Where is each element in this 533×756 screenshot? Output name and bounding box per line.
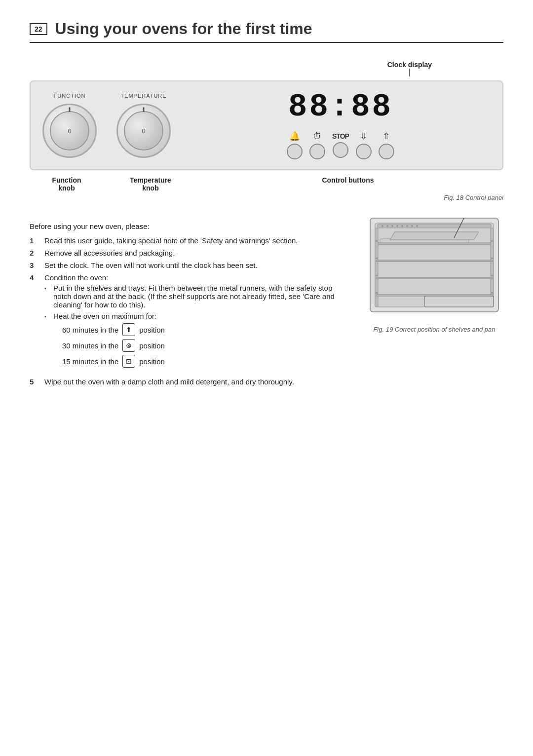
sub-list-4: ▪ Put in the shelves and trays. Fit them… [44, 284, 350, 371]
list-item: 5 Wipe out the oven with a damp cloth an… [30, 378, 350, 386]
temperature-knob[interactable]: 0 [116, 104, 171, 158]
svg-rect-15 [376, 240, 378, 242]
svg-rect-20 [491, 240, 493, 242]
list-num-4: 4 [30, 273, 38, 282]
function-knob-zero: 0 [68, 127, 71, 135]
svg-rect-2 [378, 224, 491, 228]
timer-button[interactable] [309, 144, 325, 159]
temperature-knob-inner: 0 [124, 111, 163, 151]
function-knob[interactable]: 0 [42, 104, 97, 158]
svg-rect-22 [491, 275, 493, 276]
control-buttons-label: Control buttons [183, 176, 498, 184]
bell-button-group: 🔔 [287, 131, 303, 159]
up-button[interactable] [379, 144, 394, 159]
instruction-5-text: Wipe out the oven with a damp cloth and … [44, 378, 294, 386]
svg-rect-21 [491, 258, 493, 259]
stop-button[interactable] [333, 142, 348, 158]
bullet-icon-1: ▪ [44, 286, 49, 291]
position-item-15: 15 minutes in the ⊡ position [62, 355, 350, 368]
svg-rect-17 [376, 275, 378, 276]
sub-text-1: Put in the shelves and trays. Fit them b… [53, 284, 335, 309]
svg-point-7 [401, 225, 403, 227]
instruction-2-text: Remove all accessories and packaging. [44, 249, 175, 257]
temperature-knob-group: TEMPERATURE 0 [116, 93, 171, 158]
down-button[interactable] [356, 144, 372, 159]
function-knob-label: Functionknob [35, 176, 99, 192]
position-60-text: 60 minutes in the [62, 326, 118, 334]
svg-rect-25 [376, 277, 493, 279]
instruction-4-text: Condition the oven: [44, 273, 108, 282]
function-knob-tick [69, 107, 71, 112]
svg-marker-13 [390, 232, 479, 240]
list-num-2: 2 [30, 249, 38, 257]
sub-content-2: Heat the oven on maximum for: 60 minutes… [53, 312, 350, 371]
page-title: Using your ovens for the first time [55, 20, 312, 38]
down-arrow-icon: ⇩ [360, 131, 367, 142]
position-60-suffix: position [139, 326, 165, 334]
temperature-label-top: TEMPERATURE [120, 93, 166, 99]
function-knob-group: FUNCTION 0 [42, 93, 97, 158]
position-15-text: 15 minutes in the [62, 357, 118, 366]
clock-display: 88:88 [288, 91, 393, 123]
bullet-icon-2: ▪ [44, 314, 49, 319]
svg-rect-24 [376, 260, 493, 262]
temperature-knob-tick [143, 107, 145, 112]
intro-text: Before using your new oven, please: [30, 222, 350, 230]
fan-icon: ⊗ [122, 339, 135, 352]
sub-list-item: ▪ Put in the shelves and trays. Fit them… [44, 284, 350, 309]
right-controls: 88:88 🔔 ⏱ STOP [171, 91, 491, 159]
knob-bottom-labels: Functionknob Temperatureknob [35, 176, 183, 192]
panel-bottom-labels: Functionknob Temperatureknob Control but… [30, 176, 503, 192]
position-item-30: 30 minutes in the ⊗ position [62, 339, 350, 352]
stop-icon: STOP [332, 132, 349, 140]
bell-button[interactable] [287, 144, 303, 159]
svg-rect-27 [424, 296, 494, 307]
temperature-knob-label: Temperatureknob [118, 176, 183, 192]
grill-top-icon: ⬆ [122, 323, 135, 336]
knobs-area: FUNCTION 0 TEMPERATURE 0 [42, 93, 171, 158]
svg-rect-23 [491, 292, 493, 294]
down-button-group: ⇩ [356, 131, 372, 159]
sub-list-item: ▪ Heat the oven on maximum for: 60 minut… [44, 312, 350, 371]
stop-button-group: STOP [332, 132, 349, 158]
list-item: 3 Set the clock. The oven will not work … [30, 261, 350, 269]
svg-point-9 [411, 225, 413, 227]
function-label-top: FUNCTION [54, 93, 86, 99]
position-30-text: 30 minutes in the [62, 341, 118, 350]
list-content-2: Remove all accessories and packaging. [44, 249, 350, 257]
list-content-3: Set the clock. The oven will not work un… [44, 261, 350, 269]
list-item: 1 Read this user guide, taking special n… [30, 236, 350, 245]
grill-fan-icon: ⊡ [122, 355, 135, 368]
list-content-1: Read this user guide, taking special not… [44, 236, 350, 245]
position-item-60: 60 minutes in the ⬆ position [62, 323, 350, 336]
svg-rect-16 [376, 258, 378, 259]
page-header: 22 Using your ovens for the first time [30, 20, 503, 43]
control-panel: FUNCTION 0 TEMPERATURE 0 [30, 80, 503, 170]
main-content: Before using your new oven, please: 1 Re… [30, 213, 503, 390]
page-number: 22 [30, 23, 47, 35]
list-num-3: 3 [30, 261, 38, 269]
clock-display-label: Clock display [387, 61, 432, 69]
list-content-4: Condition the oven: ▪ Put in the shelves… [44, 273, 350, 374]
list-num-5: 5 [30, 378, 38, 386]
up-arrow-icon: ⇧ [382, 131, 390, 142]
fig-18-caption: Fig. 18 Control panel [30, 194, 503, 201]
position-30-suffix: position [139, 341, 165, 350]
bell-icon: 🔔 [289, 131, 300, 142]
instructions-area: Before using your new oven, please: 1 Re… [30, 213, 350, 390]
diagram-section: Clock display FUNCTION 0 TEMPERATURE [30, 61, 503, 201]
svg-point-6 [396, 225, 398, 227]
svg-point-5 [391, 225, 393, 227]
svg-rect-11 [376, 243, 493, 245]
sub-content-1: Put in the shelves and trays. Fit them b… [53, 284, 350, 309]
oven-diagram-svg [365, 213, 503, 322]
instruction-1-text: Read this user guide, taking special not… [44, 236, 298, 245]
svg-point-3 [381, 225, 383, 227]
svg-point-8 [406, 225, 408, 227]
list-content-5: Wipe out the oven with a damp cloth and … [44, 378, 350, 386]
svg-point-10 [416, 225, 418, 227]
timer-icon: ⏱ [313, 131, 322, 142]
svg-point-4 [386, 225, 388, 227]
temperature-knob-zero: 0 [142, 127, 145, 135]
timer-button-group: ⏱ [309, 131, 325, 159]
